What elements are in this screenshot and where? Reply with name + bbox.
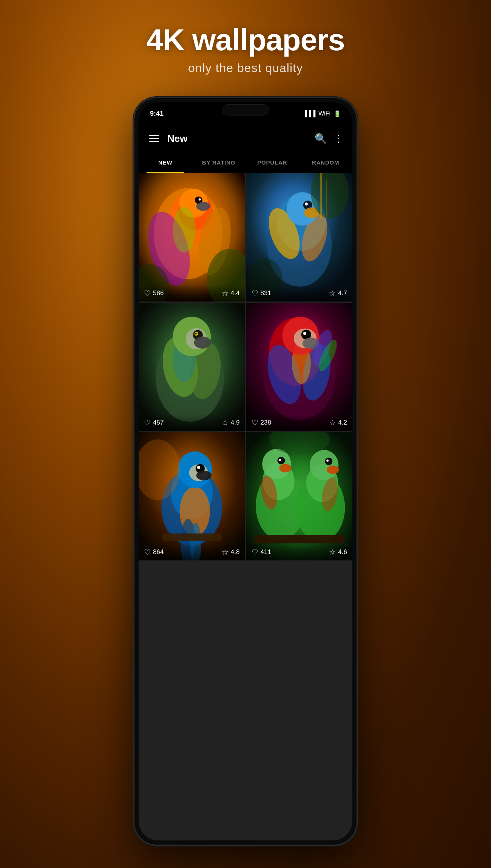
star-icon-4: ☆ [329,418,336,427]
likes-count-1: 586 [153,289,164,297]
search-button[interactable]: 🔍 [315,133,327,145]
star-icon-6: ☆ [329,548,336,557]
rating-value-2: 4.7 [338,289,347,297]
rating-value-3: 4.9 [231,419,240,426]
heart-icon-6: ♡ [252,548,258,557]
svg-point-7 [196,202,210,211]
svg-point-57 [197,466,200,469]
rating-value-5: 4.8 [231,548,240,556]
wallpaper-grid: ♡ 586 ☆ 4.4 [139,173,352,840]
tab-random[interactable]: RANDOM [299,152,353,173]
status-bar: 9:41 ▐▐▐ WiFi 🔋 [139,102,352,125]
likes-count-2: 831 [261,289,271,297]
battery-icon: 🔋 [334,110,341,117]
svg-point-75 [326,459,329,462]
status-icons: ▐▐▐ WiFi 🔋 [303,110,341,117]
wifi-icon: WiFi [318,110,330,117]
grid-row-1: ♡ 586 ☆ 4.4 [139,173,352,302]
svg-point-20 [304,203,307,206]
phone-screen: 9:41 ▐▐▐ WiFi 🔋 New 🔍 ⋮ NEW BY R [139,102,352,840]
svg-point-46 [303,332,306,335]
heart-icon-5: ♡ [144,548,151,557]
wallpaper-item-3[interactable]: ♡ 457 ☆ 4.9 [139,303,245,431]
star-icon-3: ☆ [222,418,229,427]
tab-by-rating[interactable]: BY RATING [192,152,246,173]
hero-subtitle: only the best quality [188,61,303,75]
menu-button[interactable] [148,134,161,144]
tab-popular[interactable]: POPULAR [246,152,299,173]
likes-count-4: 238 [261,419,271,426]
wallpaper-item-1[interactable]: ♡ 586 ☆ 4.4 [139,173,245,302]
heart-icon-1: ♡ [144,289,151,298]
cell-rating-5: ☆ 4.8 [222,548,240,557]
wallpaper-item-5[interactable]: ♡ 864 ☆ 4.8 [139,432,245,560]
likes-count-5: 864 [153,548,164,556]
heart-icon-4: ♡ [252,418,258,427]
header-actions: 🔍 ⋮ [315,133,343,145]
rating-value-4: 4.2 [338,419,347,426]
svg-point-36 [194,337,211,349]
cell-overlay-1: ♡ 586 ☆ 4.4 [139,285,245,302]
heart-icon-3: ♡ [144,418,151,427]
signal-icon: ▐▐▐ [303,110,315,117]
cell-rating-1: ☆ 4.4 [222,289,240,298]
heart-icon-2: ♡ [252,289,258,298]
cell-likes-4: ♡ 238 [252,418,271,427]
svg-rect-24 [320,173,322,219]
wallpaper-item-2[interactable]: ♡ 831 ☆ 4.7 [246,173,353,302]
grid-row-2: ♡ 457 ☆ 4.9 [139,303,352,431]
status-time: 9:41 [150,110,164,118]
svg-rect-61 [161,534,222,541]
tab-new[interactable]: NEW [139,152,192,173]
rating-value-1: 4.4 [231,289,240,297]
page-title: New [167,133,315,145]
star-icon-1: ☆ [222,289,229,298]
more-button[interactable]: ⋮ [334,133,343,145]
cell-rating-3: ☆ 4.9 [222,418,240,427]
cell-overlay-5: ♡ 864 ☆ 4.8 [139,544,245,560]
svg-point-69 [279,464,291,472]
svg-point-73 [309,450,338,480]
cell-overlay-3: ♡ 457 ☆ 4.9 [139,414,245,431]
svg-point-58 [196,471,212,480]
tab-bar: NEW BY RATING POPULAR RANDOM [139,152,352,173]
cell-rating-2: ☆ 4.7 [329,289,347,298]
cell-rating-4: ☆ 4.2 [329,418,347,427]
likes-count-3: 457 [153,419,164,426]
cell-likes-6: ♡ 411 [252,548,271,557]
svg-point-6 [199,198,201,200]
cell-overlay-4: ♡ 238 ☆ 4.2 [246,414,353,431]
svg-rect-78 [254,535,345,543]
hero-title: 4K wallpapers [146,23,344,57]
cell-likes-3: ♡ 457 [144,418,164,427]
svg-point-67 [277,457,285,464]
cell-overlay-6: ♡ 411 ☆ 4.6 [246,544,353,560]
svg-point-35 [195,333,197,335]
svg-point-66 [262,449,291,479]
svg-point-76 [327,466,339,474]
cell-likes-5: ♡ 864 [144,548,164,557]
star-icon-2: ☆ [329,289,336,298]
svg-point-68 [279,459,281,461]
app-header: New 🔍 ⋮ [139,125,352,152]
cell-likes-1: ♡ 586 [144,289,164,298]
wallpaper-item-6[interactable]: ♡ 411 ☆ 4.6 [246,432,353,560]
svg-rect-25 [326,180,327,219]
cell-rating-6: ☆ 4.6 [329,548,347,557]
likes-count-6: 411 [261,548,271,556]
rating-value-6: 4.6 [338,548,347,556]
svg-point-10 [173,207,195,253]
cell-likes-2: ♡ 831 [252,289,271,298]
grid-row-3: ♡ 864 ☆ 4.8 [139,432,352,560]
star-icon-5: ☆ [222,548,229,557]
wallpaper-item-4[interactable]: ♡ 238 ☆ 4.2 [246,303,353,431]
cell-overlay-2: ♡ 831 ☆ 4.7 [246,285,353,302]
phone-mockup: 9:41 ▐▐▐ WiFi 🔋 New 🔍 ⋮ NEW BY R [134,98,357,845]
svg-point-74 [325,457,332,465]
